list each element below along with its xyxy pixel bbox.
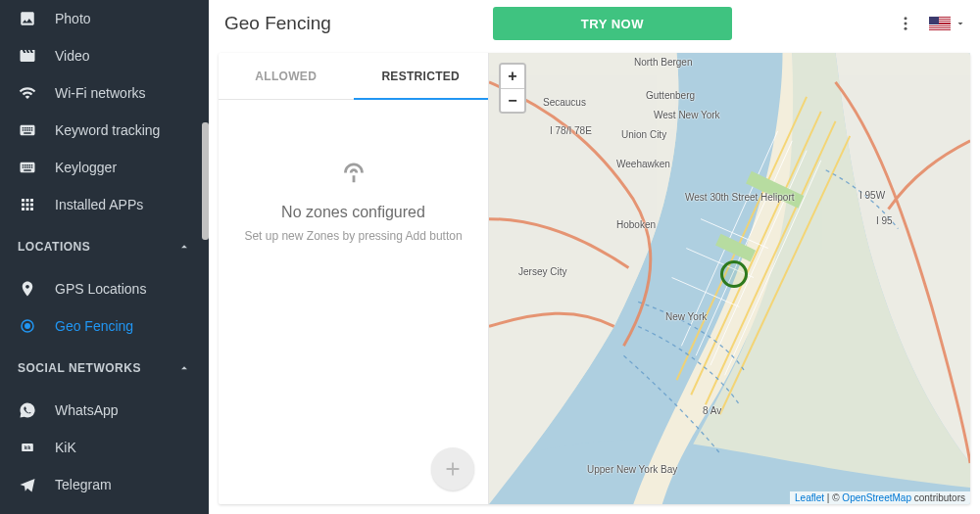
main-content: Geo Fencing TRY NOW ALLOWED RESTRICTED xyxy=(209,0,980,514)
sidebar-section-social[interactable]: SOCIAL NETWORKS xyxy=(0,345,209,392)
photo-icon xyxy=(18,9,37,28)
map[interactable]: North BergenSecaucusGuttenbergWest New Y… xyxy=(489,53,970,504)
apps-icon xyxy=(18,195,37,214)
keyboard-icon xyxy=(18,120,37,140)
chevron-up-icon xyxy=(177,361,191,375)
language-selector[interactable] xyxy=(929,12,966,35)
us-flag-icon xyxy=(929,17,951,30)
antenna-icon xyxy=(337,155,370,188)
sidebar-item-kik[interactable]: kik KiK xyxy=(0,429,209,466)
sidebar-item-label: Video xyxy=(55,48,90,64)
section-label: LOCATIONS xyxy=(18,240,90,254)
try-now-button[interactable]: TRY NOW xyxy=(493,7,732,40)
sidebar-item-label: Keyword tracking xyxy=(55,122,160,138)
leaflet-link[interactable]: Leaflet xyxy=(795,492,824,503)
map-zoom-control: + − xyxy=(499,63,526,114)
zoom-in-button[interactable]: + xyxy=(501,65,524,88)
more-vert-icon xyxy=(897,15,914,32)
pin-icon xyxy=(18,279,37,299)
empty-title: No zones configured xyxy=(281,204,425,221)
sidebar-item-label: KiK xyxy=(55,440,76,455)
sidebar-item-installed-apps[interactable]: Installed APPs xyxy=(0,186,209,223)
kik-icon: kik xyxy=(18,438,37,457)
sidebar-item-label: Wi-Fi networks xyxy=(55,85,146,101)
target-icon xyxy=(18,316,37,336)
caret-down-icon xyxy=(955,18,966,29)
svg-point-5 xyxy=(905,23,907,25)
zones-panel: ALLOWED RESTRICTED No zones configured S… xyxy=(219,53,489,504)
osm-link[interactable]: OpenStreetMap xyxy=(842,492,911,503)
svg-point-6 xyxy=(905,27,907,30)
section-label: SOCIAL NETWORKS xyxy=(18,361,141,375)
sidebar-item-keyword-tracking[interactable]: Keyword tracking xyxy=(0,112,209,149)
sidebar-item-keylogger[interactable]: Keylogger xyxy=(0,149,209,186)
tab-restricted[interactable]: RESTRICTED xyxy=(354,53,489,99)
add-zone-button[interactable] xyxy=(431,447,474,491)
chevron-up-icon xyxy=(177,240,191,254)
keyboard-icon xyxy=(18,158,37,177)
whatsapp-icon xyxy=(18,400,37,420)
sidebar-item-label: Photo xyxy=(55,11,91,26)
sidebar-item-telegram[interactable]: Telegram xyxy=(0,466,209,503)
sidebar-item-label: Geo Fencing xyxy=(55,318,133,334)
more-menu-button[interactable] xyxy=(894,12,917,35)
svg-text:kik: kik xyxy=(24,445,31,450)
svg-point-1 xyxy=(25,324,30,329)
sidebar-item-wifi[interactable]: Wi-Fi networks xyxy=(0,74,209,112)
header: Geo Fencing TRY NOW xyxy=(209,0,980,47)
wifi-icon xyxy=(18,83,37,103)
sidebar: Photo Video Wi-Fi networks Keyword track… xyxy=(0,0,209,514)
sidebar-section-locations[interactable]: LOCATIONS xyxy=(0,223,209,270)
map-attribution: Leaflet | © OpenStreetMap contributors xyxy=(790,491,970,504)
sidebar-item-photo[interactable]: Photo xyxy=(0,0,209,37)
sidebar-item-label: Installed APPs xyxy=(55,197,143,212)
zoom-out-button[interactable]: − xyxy=(501,88,524,112)
sidebar-item-video[interactable]: Video xyxy=(0,37,209,74)
plus-icon xyxy=(442,458,464,480)
tabs: ALLOWED RESTRICTED xyxy=(219,53,488,100)
empty-state: No zones configured Set up new Zones by … xyxy=(219,100,488,504)
empty-subtitle: Set up new Zones by pressing Add button xyxy=(244,229,462,243)
sidebar-item-whatsapp[interactable]: WhatsApp xyxy=(0,392,209,429)
svg-point-4 xyxy=(905,17,907,20)
video-icon xyxy=(18,46,37,66)
page-title: Geo Fencing xyxy=(224,13,331,34)
sidebar-item-label: Telegram xyxy=(55,477,112,492)
sidebar-item-label: WhatsApp xyxy=(55,402,119,418)
sidebar-item-label: GPS Locations xyxy=(55,281,146,297)
telegram-icon xyxy=(18,475,37,494)
sidebar-item-label: Keylogger xyxy=(55,160,117,175)
sidebar-item-geo-fencing[interactable]: Geo Fencing xyxy=(0,307,209,345)
sidebar-item-gps-locations[interactable]: GPS Locations xyxy=(0,270,209,307)
tab-allowed[interactable]: ALLOWED xyxy=(219,53,354,99)
sidebar-scrollbar-thumb[interactable] xyxy=(202,122,209,240)
geo-fence-marker[interactable] xyxy=(720,260,748,288)
